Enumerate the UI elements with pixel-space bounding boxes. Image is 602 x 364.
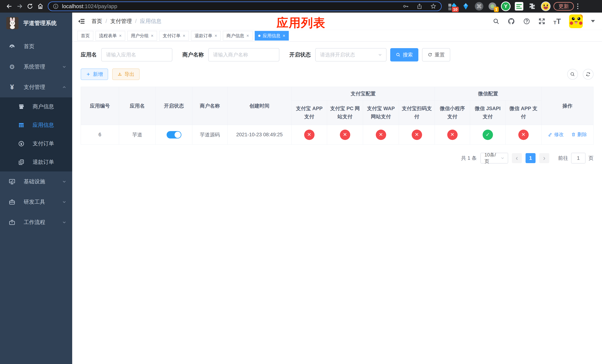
- tab-home[interactable]: 首页: [77, 31, 93, 41]
- sidebar-item-pay-orders[interactable]: 支付订单: [0, 134, 72, 153]
- app-name-input[interactable]: [101, 48, 172, 62]
- toggle-search-button[interactable]: [567, 69, 578, 80]
- bookmark-star-icon[interactable]: [430, 3, 437, 10]
- sidebar-item-label: 支付订单: [32, 140, 54, 147]
- search-button[interactable]: 搜索: [390, 48, 418, 62]
- reload-icon[interactable]: [25, 1, 35, 11]
- tab-process-form[interactable]: 流程表单×: [96, 31, 125, 41]
- sidebar-item-app-info[interactable]: 应用信息: [0, 116, 72, 134]
- password-key-icon[interactable]: [403, 3, 409, 10]
- avatar-caret-icon[interactable]: [591, 20, 595, 22]
- col-group-wechat: 微信配置: [435, 87, 541, 101]
- cell-status-alipay-qr: ✕: [399, 125, 435, 145]
- sidebar-item-system[interactable]: ⚙ 系统管理: [0, 57, 72, 77]
- edit-link[interactable]: 修改: [548, 131, 564, 138]
- tab-user-group[interactable]: 用户分组×: [127, 31, 157, 41]
- close-icon[interactable]: ×: [183, 33, 185, 38]
- merchant-name-input[interactable]: [208, 48, 279, 62]
- chevron-down-icon: [62, 179, 67, 184]
- close-icon[interactable]: ×: [151, 33, 153, 38]
- app-logo[interactable]: 芋道管理系统: [0, 13, 72, 33]
- fullscreen-icon[interactable]: [538, 18, 545, 25]
- address-bar[interactable]: localhost:1024/pay/app: [48, 1, 442, 11]
- gear-icon: ⚙: [8, 63, 16, 71]
- share-icon[interactable]: [416, 3, 423, 10]
- close-icon[interactable]: ×: [119, 33, 122, 38]
- cell-status-alipay-wap: ✕: [363, 125, 399, 145]
- goto-label: 前往: [558, 155, 568, 161]
- search-icon[interactable]: [493, 18, 499, 25]
- sidebar-item-refund-orders[interactable]: 退款订单: [0, 153, 72, 171]
- extensions-puzzle-icon[interactable]: [527, 1, 538, 11]
- search-icon: [396, 52, 401, 57]
- current-page[interactable]: 1: [526, 153, 536, 163]
- close-icon[interactable]: ×: [215, 33, 217, 38]
- tab-merchant-info[interactable]: 商户信息×: [223, 31, 252, 41]
- tab-refund-orders[interactable]: 退款订单×: [191, 31, 221, 41]
- help-icon[interactable]: [523, 18, 530, 25]
- breadcrumb-home[interactable]: 首页: [91, 18, 102, 25]
- close-icon[interactable]: ×: [246, 33, 249, 38]
- extension-command-icon[interactable]: ⌘: [474, 1, 484, 11]
- app-name-label: 应用名: [81, 51, 97, 58]
- extension-record-icon[interactable]: 1: [487, 1, 498, 11]
- page-size-select[interactable]: 10条/页: [480, 153, 508, 163]
- reset-button[interactable]: 重置: [422, 48, 450, 62]
- prev-page-button[interactable]: ‹: [512, 153, 522, 163]
- breadcrumb-payment[interactable]: 支付管理: [110, 18, 132, 25]
- site-info-icon[interactable]: [53, 3, 59, 9]
- status-icon: ✕: [304, 130, 314, 140]
- tab-pay-orders[interactable]: 支付订单×: [159, 31, 189, 41]
- forward-icon[interactable]: [14, 1, 25, 11]
- user-avatar[interactable]: [569, 14, 583, 28]
- col-alipay-app: 支付宝 APP 支付: [291, 101, 327, 125]
- logo-rabbit-image: [6, 17, 19, 29]
- sidebar-item-label: 工作流程: [24, 219, 45, 226]
- sidebar-item-home[interactable]: 首页: [0, 36, 72, 57]
- sidebar-item-workflow[interactable]: 工作流程: [0, 212, 72, 233]
- pagination: 共 1 条 10条/页 ‹ 1 › 前往 页: [81, 153, 593, 171]
- chrome-update-button[interactable]: 更新: [553, 2, 574, 11]
- font-size-icon[interactable]: TT: [553, 18, 561, 25]
- sidebar-item-dev-tools[interactable]: 研发工具: [0, 192, 72, 212]
- chevron-down-icon: [62, 220, 67, 225]
- close-icon[interactable]: ×: [283, 33, 285, 38]
- refresh-table-button[interactable]: [583, 69, 593, 80]
- col-alipay-wap: 支付宝 WAP 网站支付: [363, 101, 399, 125]
- sidebar-item-merchant-info[interactable]: 商户信息: [0, 97, 72, 116]
- profile-avatar-icon[interactable]: [540, 1, 551, 11]
- browser-menu-icon[interactable]: [575, 3, 580, 9]
- sidebar-item-infrastructure[interactable]: 基础设施: [0, 171, 72, 192]
- pencil-icon: [548, 132, 553, 137]
- yen-icon: ¥: [8, 83, 16, 91]
- cell-status-wechat-jsapi: ✓: [470, 125, 505, 145]
- extension-gem-icon[interactable]: [461, 1, 471, 11]
- extension-badge: 1: [494, 7, 499, 12]
- enabled-toggle[interactable]: [167, 131, 182, 139]
- status-select[interactable]: 请选择开启状态: [315, 48, 387, 62]
- col-created: 创建时间: [227, 87, 291, 125]
- extension-badge: 10: [452, 7, 459, 12]
- extension-y-icon[interactable]: Y: [501, 1, 511, 11]
- briefcase-icon: [8, 219, 16, 226]
- back-icon[interactable]: [4, 1, 14, 11]
- extension-doc-icon[interactable]: [514, 1, 524, 11]
- export-button[interactable]: 导出: [112, 68, 140, 80]
- sidebar-fold-icon[interactable]: [78, 18, 85, 25]
- filter-form: 应用名 商户名称 开启状态 请选择开启状态 搜索: [81, 48, 593, 62]
- app-title: 芋道管理系统: [23, 20, 57, 27]
- page-unit-label: 页: [589, 155, 593, 161]
- cell-app-name: 芋道: [119, 125, 156, 145]
- col-group-alipay: 支付宝配置: [291, 87, 435, 101]
- home-icon[interactable]: [35, 1, 45, 11]
- extension-diamond-icon[interactable]: 10: [447, 1, 458, 11]
- add-button[interactable]: 新增: [81, 68, 108, 80]
- delete-link[interactable]: 删除: [571, 131, 587, 138]
- status-icon: ✓: [483, 130, 493, 140]
- tab-app-info[interactable]: 应用信息×: [255, 31, 289, 41]
- goto-page-input[interactable]: [571, 153, 586, 163]
- next-page-button[interactable]: ›: [539, 153, 549, 163]
- github-icon[interactable]: [508, 18, 515, 25]
- sidebar-item-payment[interactable]: ¥ 支付管理: [0, 77, 72, 97]
- merchant-name-label: 商户名称: [182, 51, 204, 58]
